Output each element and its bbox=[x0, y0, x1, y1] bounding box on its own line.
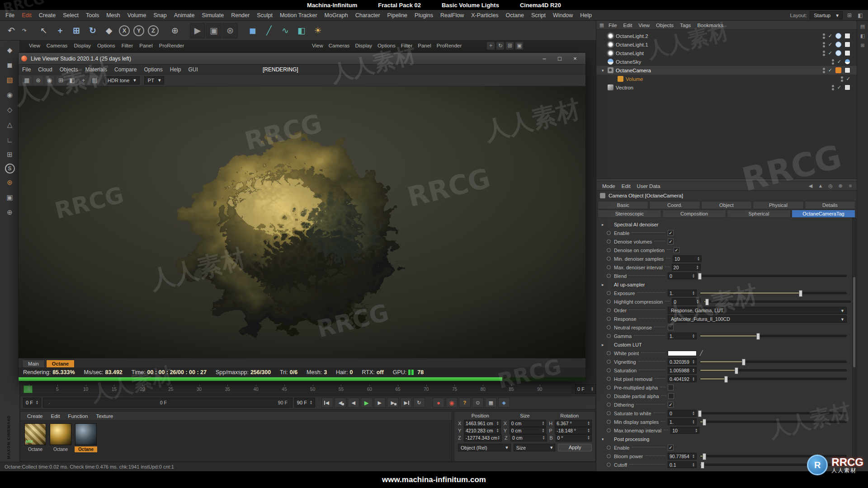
viewport-toggle-icon[interactable]: ▣ bbox=[515, 42, 523, 50]
menu-item[interactable]: MoGraph bbox=[321, 11, 352, 19]
menu-item[interactable]: Mesh bbox=[103, 11, 124, 19]
live-viewer-title-bar[interactable]: Live Viewer Studio 2020.1.4 (25 days lef… bbox=[19, 53, 585, 65]
checkbox[interactable] bbox=[668, 385, 674, 390]
layout-select[interactable]: Startup ▾ bbox=[810, 11, 843, 19]
viewport-menu-item[interactable]: Filter bbox=[119, 42, 136, 49]
enable-check-icon[interactable]: ✓ bbox=[828, 67, 832, 73]
attribute-menu-item[interactable]: User Data bbox=[634, 183, 664, 189]
expand-arrow-icon[interactable]: ▾ bbox=[602, 68, 607, 73]
section-arrow-icon[interactable]: ▸ bbox=[602, 222, 607, 227]
keyframe-dot-icon[interactable] bbox=[607, 248, 611, 252]
menu-item[interactable]: Volume bbox=[124, 11, 150, 19]
dropdown-select[interactable]: Response, Gamma, LUT▾ bbox=[668, 307, 847, 314]
volume-builder-icon[interactable]: ◧ bbox=[294, 23, 309, 38]
object-tag-icon[interactable] bbox=[835, 33, 841, 39]
viewport-menu-item[interactable]: Panel bbox=[415, 42, 434, 49]
light-object-icon[interactable]: ☀ bbox=[310, 23, 326, 38]
ruler-frame-field[interactable]: 0 F ▲▼ bbox=[575, 384, 596, 394]
number-field[interactable]: 1.▲▼ bbox=[668, 333, 697, 339]
object-tag-icon[interactable] bbox=[835, 50, 841, 56]
object-tag-icon[interactable] bbox=[844, 42, 850, 47]
focus-picker-icon[interactable]: ◉ bbox=[45, 76, 54, 85]
menu-item[interactable]: Edit bbox=[18, 11, 35, 19]
menu-item[interactable]: Character bbox=[352, 11, 384, 19]
object-row[interactable]: OctaneSky ✓ bbox=[596, 57, 857, 66]
object-name[interactable]: OctaneLight.1 bbox=[616, 42, 648, 47]
help-button[interactable]: ? bbox=[459, 398, 471, 408]
keyframe-dot-icon[interactable] bbox=[607, 325, 611, 329]
material-thumbnail[interactable]: MIX bbox=[24, 423, 46, 445]
keyframe-dot-icon[interactable] bbox=[607, 257, 611, 261]
preview-range-slider[interactable]: 0 F 90 F bbox=[43, 398, 292, 408]
coordinate-system-icon[interactable]: ⊕ bbox=[167, 23, 183, 38]
attribute-tab[interactable]: Spherical bbox=[727, 210, 791, 218]
value-slider[interactable] bbox=[700, 378, 847, 380]
keying-settings-button[interactable]: ▦ bbox=[485, 398, 497, 408]
timeline-ruler[interactable]: 051015202530354045505560657075808590 bbox=[20, 384, 572, 394]
section-arrow-icon[interactable]: ▸ bbox=[602, 282, 607, 287]
live-selection-icon[interactable]: ↖ bbox=[36, 23, 52, 38]
snap-icon[interactable]: S bbox=[5, 164, 15, 174]
cube-primitive-icon[interactable]: ◼ bbox=[245, 23, 260, 38]
eyedropper-icon[interactable]: ╱ bbox=[700, 350, 703, 356]
render-picture-viewer-icon[interactable]: ▣ bbox=[206, 23, 222, 38]
object-name[interactable]: OctaneLight.2 bbox=[616, 33, 648, 39]
material-menu-item[interactable]: Texture bbox=[93, 413, 116, 419]
keyframe-dot-icon[interactable] bbox=[607, 231, 611, 235]
attribute-tab[interactable]: Coord. bbox=[649, 201, 700, 209]
new-panel-icon[interactable]: ⊕ bbox=[837, 183, 844, 189]
number-field[interactable]: 0.320359▲▼ bbox=[668, 358, 697, 365]
live-viewer-menu-item[interactable]: Cloud bbox=[34, 66, 56, 73]
loop-button[interactable]: ↻ bbox=[413, 398, 425, 408]
redo-icon[interactable]: ↷ bbox=[20, 23, 29, 38]
viewport-menu-item[interactable]: Panel bbox=[137, 42, 155, 49]
render-canvas[interactable] bbox=[19, 86, 585, 359]
viewport-menu-item[interactable]: Options bbox=[375, 42, 398, 49]
number-field[interactable]: 1.▲▼ bbox=[668, 290, 697, 296]
value-slider[interactable] bbox=[700, 275, 847, 277]
enable-check-icon[interactable]: ✓ bbox=[828, 50, 832, 56]
content-browser-icon[interactable]: ⊞ bbox=[860, 42, 864, 48]
solo-button[interactable]: ◈ bbox=[498, 398, 510, 408]
paint-setup-icon[interactable]: ⊛ bbox=[3, 177, 17, 188]
current-frame-spinner[interactable]: 0 F ▲▼ bbox=[23, 398, 41, 408]
section-arrow-icon[interactable]: ▸ bbox=[602, 343, 607, 347]
attribute-tab[interactable]: Physical bbox=[753, 201, 803, 209]
visibility-dots[interactable] bbox=[823, 68, 825, 73]
checkbox[interactable] bbox=[668, 230, 674, 236]
viewport-menu-item[interactable]: ProRender bbox=[434, 42, 465, 49]
checkbox[interactable] bbox=[668, 402, 674, 408]
keyframe-dot-icon[interactable] bbox=[607, 265, 611, 269]
texture-icon[interactable]: ▣ bbox=[3, 192, 17, 203]
region-render-icon[interactable]: ⊞ bbox=[56, 76, 66, 85]
object-tag-icon[interactable] bbox=[835, 67, 841, 73]
number-field[interactable]: 0▲▼ bbox=[668, 272, 697, 279]
number-field[interactable]: 10▲▼ bbox=[670, 427, 699, 434]
number-field[interactable]: 0▲▼ bbox=[672, 298, 701, 305]
minimize-button[interactable]: – bbox=[537, 54, 552, 64]
size-field[interactable]: 0 cm▲▼ bbox=[509, 427, 547, 434]
clay-mode-icon[interactable]: ◧ bbox=[67, 76, 77, 85]
prev-key-button[interactable]: ◀ bbox=[335, 398, 346, 408]
move-tool-icon[interactable]: + bbox=[52, 23, 68, 38]
keyframe-dot-icon[interactable] bbox=[607, 274, 611, 278]
attribute-tab[interactable]: Stereoscopic bbox=[598, 210, 661, 218]
object-row[interactable]: Volume ✓ bbox=[596, 75, 857, 83]
keyframe-dot-icon[interactable] bbox=[607, 239, 611, 244]
axis-center-icon[interactable]: ⊕ bbox=[3, 206, 17, 218]
z-axis-lock-icon[interactable]: Z bbox=[148, 25, 159, 36]
position-field[interactable]: -12774.343 cm▲▼ bbox=[464, 434, 502, 441]
coords-mode-select[interactable]: Object (Rel)▾ bbox=[458, 444, 511, 451]
keyframe-dot-icon[interactable] bbox=[607, 377, 611, 381]
menu-item[interactable]: Tools bbox=[82, 11, 103, 19]
keyframe-dot-icon[interactable] bbox=[607, 394, 611, 398]
material-item[interactable]: Octane bbox=[49, 423, 72, 452]
render-settings-icon[interactable]: ⊛ bbox=[222, 23, 238, 38]
scale-tool-icon[interactable]: ⊞ bbox=[69, 23, 84, 38]
menu-item[interactable]: Help bbox=[576, 11, 595, 19]
live-viewer-menu-item[interactable]: Compare bbox=[111, 66, 140, 73]
checkbox[interactable] bbox=[674, 247, 679, 253]
material-item[interactable]: Octane bbox=[75, 423, 97, 452]
rotate-tool-icon[interactable]: ↻ bbox=[85, 23, 100, 38]
value-slider[interactable] bbox=[700, 361, 847, 363]
